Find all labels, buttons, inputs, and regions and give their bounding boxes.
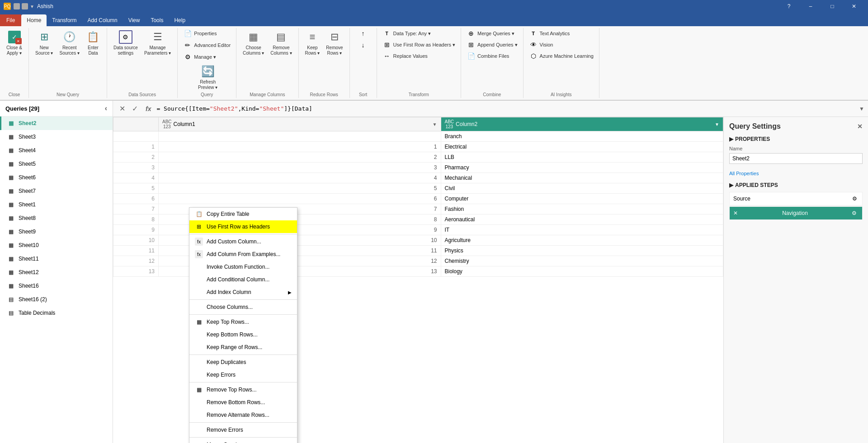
sidebar-item-sheet4[interactable]: ▦ Sheet4 (0, 144, 113, 157)
data-type-button[interactable]: T Data Type: Any ▾ (381, 28, 457, 39)
formula-input[interactable]: = Source{[Item="Sheet2",Kind="Sheet"]}[D… (156, 105, 857, 112)
query-settings-close-btn[interactable]: ✕ (857, 123, 863, 130)
maximize-btn[interactable]: □ (822, 0, 843, 13)
sidebar-item-sheet9[interactable]: ▦ Sheet9 (0, 225, 113, 238)
ctx-merge-queries[interactable]: Merge Queries... (189, 438, 297, 443)
help-btn[interactable]: ? (778, 0, 799, 13)
sidebar-item-sheet3[interactable]: ▦ Sheet3 (0, 130, 113, 144)
recent-sources-button[interactable]: 🕐 RecentSources ▾ (57, 28, 82, 58)
ctx-add-index[interactable]: Add Index Column ▶ (189, 286, 297, 298)
combine-files-button[interactable]: 📄 Combine Files (465, 51, 519, 61)
sidebar-item-sheet5[interactable]: ▦ Sheet5 (0, 157, 113, 171)
tab-tools[interactable]: Tools (145, 14, 169, 26)
table-row: 5 5 Civil (113, 183, 723, 194)
first-row-headers-ribbon-button[interactable]: ⊞ Use First Row as Headers ▾ (381, 39, 457, 50)
sidebar-item-sheet6[interactable]: ▦ Sheet6 (0, 171, 113, 184)
ctx-invoke-custom[interactable]: Invoke Custom Function... (189, 261, 297, 273)
choose-columns-button[interactable]: ▦ ChooseColumns ▾ (240, 28, 267, 58)
ctx-keep-bottom[interactable]: Keep Bottom Rows... (189, 328, 297, 341)
close-btn[interactable]: ✕ (844, 0, 864, 13)
tab-view[interactable]: View (123, 14, 146, 26)
remove-rows-button[interactable]: ⊟ RemoveRows ▾ (323, 28, 345, 58)
column2-header[interactable]: ABC123 Column2 ▼ (441, 117, 723, 131)
tab-help[interactable]: Help (169, 14, 191, 26)
new-query-items: ⊞ NewSource ▾ 🕐 RecentSources ▾ 📋 EnterD… (33, 28, 103, 92)
ctx-keep-duplicates[interactable]: Keep Duplicates (189, 356, 297, 368)
ctx-remove-alt-label: Remove Alternate Rows... (207, 412, 269, 418)
step-source-settings-btn[interactable]: ⚙ (850, 195, 859, 203)
ctx-add-conditional[interactable]: Add Conditional Column... (189, 273, 297, 286)
properties-button[interactable]: 📄 Properties (181, 28, 232, 39)
text-analytics-button[interactable]: T Text Analytics (527, 28, 595, 39)
sidebar-item-sheet16[interactable]: ▦ Sheet16 (0, 279, 113, 293)
tab-transform[interactable]: Transform (47, 14, 82, 26)
advanced-editor-button[interactable]: ✏ Advanced Editor (181, 40, 232, 51)
sort-asc-button[interactable]: ↑ (357, 28, 369, 39)
step-navigation-btns: ⚙ (850, 209, 859, 217)
ctx-copy-table[interactable]: 📋 Copy Entire Table (189, 208, 297, 220)
tab-file[interactable]: File (0, 14, 21, 26)
minimize-btn[interactable]: – (800, 0, 821, 13)
ctx-sep3 (189, 314, 297, 315)
sidebar-item-sheet7[interactable]: ▦ Sheet7 (0, 184, 113, 198)
sidebar-item-sheet1[interactable]: ▦ Sheet1 (0, 198, 113, 211)
replace-values-button[interactable]: ↔ Replace Values (381, 51, 457, 61)
keep-rows-button[interactable]: ≡ KeepRows ▾ (302, 28, 323, 58)
formula-confirm-btn[interactable]: ✓ (129, 103, 140, 114)
sidebar-item-sheet11[interactable]: ▦ Sheet11 (0, 252, 113, 266)
ctx-remove-top[interactable]: ▦ Remove Top Rows... (189, 383, 297, 396)
sidebar-toggle-btn[interactable]: ‹ (105, 104, 107, 112)
formula-cancel-btn[interactable]: ✕ (117, 103, 127, 114)
data-source-settings-button[interactable]: ⚙ Data sourcesettings (111, 28, 141, 58)
ctx-remove-top-icon: ▦ (195, 386, 203, 394)
ctx-remove-errors[interactable]: Remove Errors (189, 424, 297, 436)
ctx-keep-errors[interactable]: Keep Errors (189, 368, 297, 381)
enter-data-button[interactable]: 📋 EnterData (83, 28, 103, 58)
ctx-keep-top[interactable]: ▦ Keep Top Rows... (189, 316, 297, 328)
append-queries-ribbon-button[interactable]: ⊞ Append Queries ▾ (465, 39, 519, 50)
step-navigation[interactable]: ✕ Navigation ⚙ (729, 206, 863, 220)
refresh-preview-button[interactable]: 🔄 RefreshPreview ▾ (195, 62, 220, 92)
step-nav-settings-btn[interactable]: ⚙ (850, 209, 859, 217)
ctx-sep2 (189, 299, 297, 300)
col2-filter-btn[interactable]: ▼ (715, 122, 719, 127)
ctx-remove-alternate[interactable]: Remove Alternate Rows... (189, 409, 297, 421)
ctx-copy-icon: 📋 (195, 210, 203, 218)
sort-items: ↑ ↓ (357, 28, 369, 92)
step-source[interactable]: Source ⚙ (729, 192, 863, 205)
all-properties-link[interactable]: All Properties (729, 171, 759, 176)
sidebar-item-sheet16-2[interactable]: ▤ Sheet16 (2) (0, 293, 113, 306)
ctx-remove-bottom-label: Remove Bottom Rows... (207, 399, 265, 406)
ctx-first-row-headers[interactable]: ⊞ Use First Row as Headers (189, 220, 297, 233)
sidebar-item-sheet10[interactable]: ▦ Sheet10 (0, 238, 113, 252)
vision-button[interactable]: 👁 Vision (527, 39, 595, 50)
tab-add-column[interactable]: Add Column (82, 14, 123, 26)
tab-home[interactable]: Home (21, 14, 47, 26)
name-input[interactable] (729, 153, 863, 164)
sidebar-item-sheet12[interactable]: ▦ Sheet12 (0, 266, 113, 279)
sidebar-item-sheet2[interactable]: ▦ Sheet2 (0, 117, 113, 130)
ctx-remove-bottom[interactable]: Remove Bottom Rows... (189, 396, 297, 409)
merge-queries-ribbon-button[interactable]: ⊕ Merge Queries ▾ (465, 28, 519, 39)
ctx-keep-range[interactable]: Keep Range of Rows... (189, 341, 297, 354)
manage-button[interactable]: ⚙ Manage ▾ (181, 51, 232, 62)
col1-filter-btn[interactable]: ▼ (433, 122, 437, 127)
manage-parameters-button[interactable]: ☰ ManageParameters ▾ (142, 28, 174, 58)
new-source-button[interactable]: ⊞ NewSource ▾ (33, 28, 56, 58)
ctx-keep-errors-icon (195, 371, 203, 379)
reduce-rows-label: Reduce Rows (310, 92, 338, 98)
text-analytics-label: Text Analytics (540, 31, 570, 36)
remove-columns-label: RemoveColumns ▾ (270, 45, 292, 56)
ctx-add-custom-col[interactable]: fx Add Custom Column... (189, 235, 297, 248)
remove-columns-button[interactable]: ▤ RemoveColumns ▾ (268, 28, 294, 58)
column1-header[interactable]: ABC123 Column1 ▼ (159, 117, 441, 131)
sidebar-item-table-decimals-label: Table Decimals (19, 310, 55, 316)
ctx-choose-cols[interactable]: Choose Columns... (189, 301, 297, 313)
sidebar-item-sheet8[interactable]: ▦ Sheet8 (0, 211, 113, 225)
close-apply-button[interactable]: ✓ ✕ Close &Apply ▾ (4, 28, 25, 58)
sort-desc-button[interactable]: ↓ (357, 40, 369, 51)
formula-expand-btn[interactable]: ▼ (859, 106, 864, 112)
sidebar-item-table-decimals[interactable]: ▤ Table Decimals (0, 306, 113, 320)
ctx-add-col-examples[interactable]: fx Add Column From Examples... (189, 248, 297, 261)
azure-ml-button[interactable]: ⬡ Azure Machine Learning (527, 51, 595, 61)
